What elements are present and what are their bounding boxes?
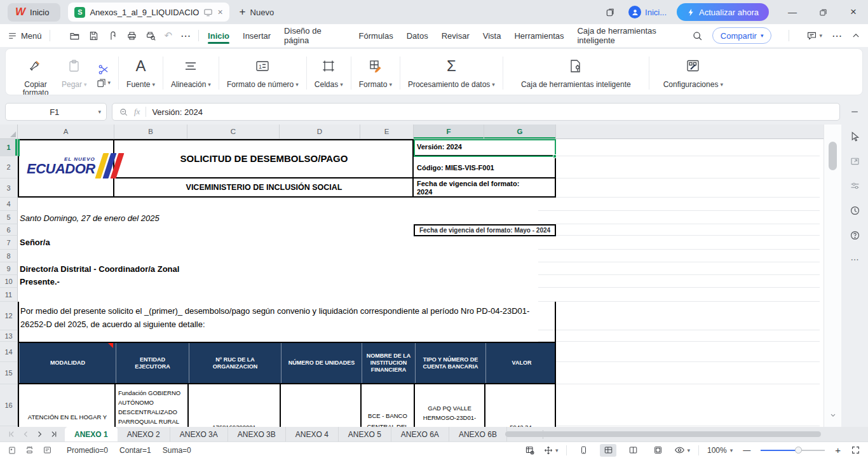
vertical-scrollbar-thumb[interactable] xyxy=(829,142,837,170)
previous-sheet-icon[interactable] xyxy=(20,429,31,440)
help-icon[interactable] xyxy=(850,230,860,241)
menu-item[interactable]: Diseño de página xyxy=(283,21,346,50)
cell-salutation[interactable]: Señor/a xyxy=(20,238,50,247)
restore-button[interactable] xyxy=(815,4,831,20)
vertical-scrollbar[interactable] xyxy=(824,125,841,427)
minimize-button[interactable]: — xyxy=(784,4,801,20)
column-header[interactable]: C xyxy=(187,125,280,138)
column-header[interactable]: G xyxy=(484,125,556,138)
share-button[interactable]: Compartir ▾ xyxy=(712,27,772,44)
selected-cell-outline[interactable] xyxy=(414,139,556,157)
cell-city-date[interactable]: Santo Domingo, 27 de enero del 2025 xyxy=(20,213,159,223)
menu-item[interactable]: Datos xyxy=(405,26,430,46)
menu-item[interactable]: Fórmulas xyxy=(358,26,395,46)
cell-title[interactable]: SOLICITUD DE DESEMBOLSO/PAGO xyxy=(114,139,414,177)
row-header[interactable]: 5 xyxy=(0,211,18,224)
column-header[interactable]: A xyxy=(18,125,114,138)
settings-group-button[interactable]: Configuraciones▾ xyxy=(651,53,736,93)
smart-toolbox-group-button[interactable]: Caja de herramientas inteligente xyxy=(505,53,648,93)
zoom-slider-knob[interactable] xyxy=(795,447,802,454)
table-header-cell[interactable]: MODALIDAD xyxy=(19,343,116,383)
undo-icon[interactable]: ↶ xyxy=(165,30,173,41)
table-header-cell[interactable]: ENTIDAD EJECUTORA xyxy=(116,343,189,383)
row-header[interactable]: 7 xyxy=(0,236,18,250)
next-sheet-icon[interactable] xyxy=(34,429,44,440)
export-range-icon[interactable] xyxy=(850,156,860,166)
sheet-tab[interactable]: ANEXO 2 xyxy=(118,427,170,441)
row-header[interactable]: 12 xyxy=(0,302,18,330)
new-tab-button[interactable]: + Nuevo xyxy=(240,6,275,18)
name-box[interactable]: F1 ▾ xyxy=(5,103,107,121)
table-header-cell[interactable]: TIPO Y NÚMERO DE CUENTA BANCARIA xyxy=(415,343,485,383)
normal-view-icon[interactable] xyxy=(600,444,616,457)
search-icon[interactable] xyxy=(692,30,703,41)
outline-view-icon[interactable] xyxy=(43,445,52,455)
page-break-view-icon[interactable] xyxy=(625,444,641,457)
adjust-settings-icon[interactable] xyxy=(850,180,860,191)
close-window-button[interactable]: × xyxy=(845,4,862,20)
document-tab[interactable]: S Anexos_1_al_9_LIQUIDACIONE × xyxy=(68,3,229,22)
cell-codigo[interactable]: Código: MIES-VIS-F001 xyxy=(417,164,494,172)
last-sheet-icon[interactable] xyxy=(48,429,58,440)
macro-record-icon[interactable] xyxy=(25,445,34,455)
fullscreen-icon[interactable] xyxy=(851,445,860,455)
more-tools-icon[interactable]: ⋯ xyxy=(851,255,859,264)
row-header[interactable]: 11 xyxy=(0,288,18,302)
cell-institucion-line2[interactable]: CENTRAL DEL xyxy=(362,422,414,427)
sheet-tab[interactable]: ANEXO 5 xyxy=(339,427,391,441)
format-group-button[interactable]: Formato▾ xyxy=(353,53,398,93)
menu-item[interactable]: Inicio xyxy=(207,26,231,46)
save-icon[interactable] xyxy=(88,30,99,41)
select-all-corner[interactable] xyxy=(0,125,18,138)
screen-share-icon[interactable] xyxy=(203,8,213,17)
cut-icon[interactable] xyxy=(97,64,109,76)
menu-item[interactable]: Herramientas xyxy=(513,26,565,46)
column-header[interactable]: B xyxy=(114,125,187,138)
comments-icon[interactable]: ▾ xyxy=(806,30,822,41)
table-header-cell[interactable]: NOMBRE DE LA INSTITUCION FINANCIERA xyxy=(362,343,415,383)
open-folder-icon[interactable] xyxy=(69,30,80,41)
cell-valor[interactable]: 5942.34 xyxy=(485,422,556,427)
data-processing-group-button[interactable]: Σ Procesamiento de datos▾ xyxy=(402,53,501,93)
table-data-row[interactable]: ATENCIÓN EN EL HOGAR Y Fundación GOBIERN… xyxy=(18,384,556,427)
home-tab[interactable]: W Inicio xyxy=(8,3,60,22)
row-header[interactable]: 8 xyxy=(0,250,18,262)
cursor-select-icon[interactable] xyxy=(850,131,860,142)
zoom-out-button[interactable]: — xyxy=(741,446,752,455)
print-preview-icon[interactable] xyxy=(146,30,156,41)
row-header[interactable]: 2 xyxy=(0,156,18,178)
menu-item[interactable]: Caja de herramientas inteligente xyxy=(576,21,691,50)
first-sheet-icon[interactable] xyxy=(6,429,17,440)
alignment-group-button[interactable]: Alineación▾ xyxy=(165,53,217,93)
row-header[interactable]: 13 xyxy=(0,330,18,342)
more-quick-actions-icon[interactable]: ⋯ xyxy=(180,30,191,42)
cell-institucion-line1[interactable]: BCE - BANCO xyxy=(362,411,414,421)
column-header[interactable]: D xyxy=(280,125,360,138)
cell-modalidad[interactable]: ATENCIÓN EN EL HOGAR Y xyxy=(19,412,116,422)
cells-group-button[interactable]: Celdas▾ xyxy=(308,53,349,93)
table-style-icon[interactable] xyxy=(525,445,535,455)
column-header[interactable]: F xyxy=(414,125,484,138)
cell-entidad[interactable]: Fundación GOBIERNO AUTÓNOMO DESCENTRALIZ… xyxy=(118,388,186,426)
mobile-view-icon[interactable] xyxy=(575,444,592,457)
sheet-tab[interactable]: ANEXO 4 xyxy=(286,427,339,441)
cell-vigencia-mayo[interactable]: Fecha de vigencia del formato: Mayo - 20… xyxy=(414,224,556,236)
row-header[interactable]: 4 xyxy=(0,198,18,211)
copy-button[interactable]: ▾ xyxy=(96,77,111,88)
cell-cuenta[interactable]: GAD PQ VALLE HERMOSO-23D01- xyxy=(415,403,484,422)
menu-item[interactable]: Revisar xyxy=(440,26,471,46)
menu-item[interactable]: Vista xyxy=(482,26,503,46)
sheet-tab[interactable]: ANEXO 3B xyxy=(228,427,286,441)
table-header-cell[interactable]: NÚMERO DE UNIDADES xyxy=(281,343,362,383)
cell-subtitle[interactable]: VICEMINISTERIO DE INCLUSIÓN SOCIAL xyxy=(114,177,414,198)
font-group-button[interactable]: A Fuente▾ xyxy=(120,53,161,93)
format-painter-button[interactable]: Copiar formato xyxy=(18,54,53,95)
reading-mode-icon[interactable]: ▾ xyxy=(674,445,690,455)
row-header[interactable]: 16 xyxy=(0,384,18,426)
cell-body-paragraph[interactable]: Por medio del presente solicito el _(pri… xyxy=(20,304,554,331)
row-header[interactable]: 9 xyxy=(0,262,18,275)
output-pdf-icon[interactable] xyxy=(107,30,118,41)
zoom-in-button[interactable]: + xyxy=(833,445,843,455)
row-header[interactable]: 1 xyxy=(0,139,18,156)
collapse-ribbon-icon[interactable] xyxy=(851,31,860,40)
